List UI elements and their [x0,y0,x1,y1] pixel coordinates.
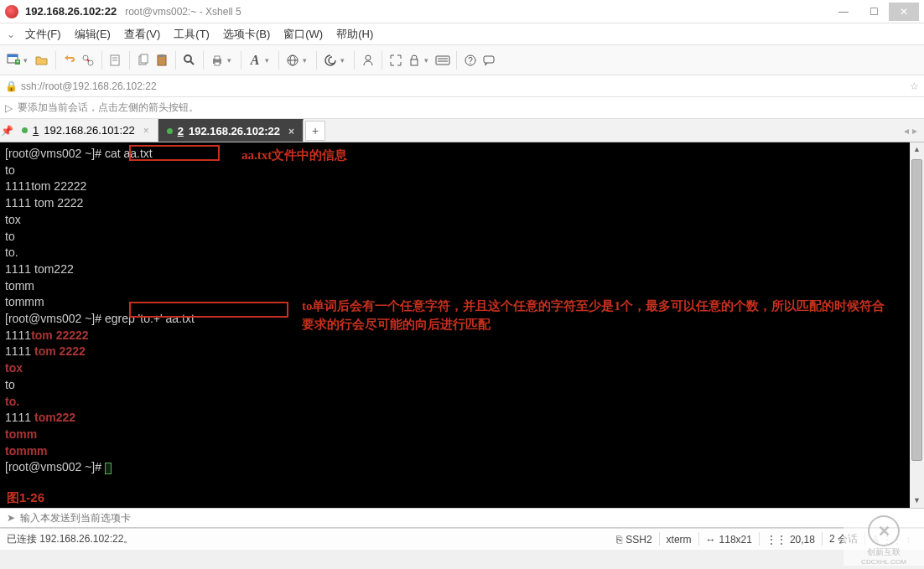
chat-icon[interactable] [480,50,497,70]
num-icon: ⋮⋮ [882,534,902,546]
svg-point-22 [366,55,371,60]
status-size: 118x21 [719,534,752,546]
terminal-view[interactable]: aa.txt文件中的信息 to单词后会有一个任意字符，并且这个任意的字符至少是1… [0,142,924,508]
swirl-icon[interactable] [322,50,339,70]
properties-icon[interactable] [107,50,124,70]
dropdown-icon[interactable]: ▾ [303,56,311,65]
menu-edit[interactable]: 编辑(E) [68,25,117,44]
help-icon[interactable]: ? [462,50,479,70]
close-button[interactable]: ✕ [889,3,919,21]
tab-index: 1 [33,124,39,137]
tab-index: 2 [178,125,184,137]
svg-rect-23 [411,59,418,65]
session-tab-2[interactable]: 2 192.168.26.102:22 × [158,119,304,142]
open-icon[interactable] [34,50,50,70]
svg-rect-24 [436,56,449,65]
menu-window[interactable]: 窗口(W) [277,25,330,44]
new-session-icon[interactable]: + [5,50,22,70]
user-icon[interactable] [360,50,376,70]
svg-line-15 [190,61,194,65]
scroll-up-icon[interactable]: ▲ [910,142,924,157]
annotation-text-1: aa.txt文件中的信息 [241,146,347,164]
add-tab-button[interactable]: + [305,121,325,141]
status-sessions: 2 会话 [829,532,858,546]
titlebar: 192.168.26.102:22 root@vms002:~ - Xshell… [0,0,924,23]
terminal-scrollbar[interactable]: ▲ ▼ [910,142,924,508]
lock-icon[interactable] [406,50,423,70]
tab-prev-icon[interactable]: ◂ [904,125,909,137]
address-bar: 🔒 ssh://root@192.168.26.102:22 ☆ [0,75,924,97]
svg-rect-13 [159,54,164,57]
app-logo-icon [5,5,18,18]
hint-bar: ▷ 要添加当前会话，点击左侧的箭头按钮。 [0,97,924,119]
font-icon[interactable]: A [247,50,263,70]
scroll-icon: ↕ [906,534,911,546]
toolbar: + ▾ ▾ A ▾ ▾ ▾ ▾ ? [0,45,924,75]
connected-dot-icon [22,127,28,133]
dropdown-icon[interactable]: ▾ [265,56,273,65]
status-termtype: xterm [667,534,692,546]
tab-label: 192.168.26.101:22 [44,124,134,137]
size-icon: ↔ [706,534,716,546]
copy-icon[interactable] [135,50,152,70]
session-tab-1[interactable]: 1 192.168.26.101:22 × [13,119,158,142]
pin-icon[interactable]: 📌 [0,125,13,137]
dropdown-icon[interactable]: ▾ [340,56,349,65]
find-icon[interactable] [181,50,198,70]
hint-text: 要添加当前会话，点击左侧的箭头按钮。 [18,101,199,115]
svg-rect-1 [8,54,18,57]
tab-nav: ◂ ▸ [904,125,924,137]
cursor-icon [105,463,112,474]
svg-point-14 [184,55,191,62]
bookmark-star-icon[interactable]: ☆ [910,80,919,92]
status-protocol: SSH2 [626,534,651,546]
tab-close-icon[interactable]: × [288,126,294,137]
tab-close-icon[interactable]: × [143,125,149,137]
fullscreen-icon[interactable] [387,50,404,70]
address-url[interactable]: ssh://root@192.168.26.102:22 [21,80,157,92]
menu-file[interactable]: 文件(F) [18,25,68,44]
dropdown-icon[interactable]: ▾ [424,56,433,65]
tab-row: 📌 1 192.168.26.101:22 × 2 192.168.26.102… [0,119,924,142]
security-lock-icon: 🔒 [5,80,18,92]
position-icon: ⋮⋮ [766,534,786,546]
paste-icon[interactable] [153,50,170,70]
menubar-expand-icon[interactable]: ⌄ [3,28,18,40]
dropdown-icon[interactable]: ▾ [23,56,32,65]
maximize-button[interactable]: ☐ [859,3,889,21]
menu-help[interactable]: 帮助(H) [330,25,380,44]
window-subtitle: root@vms002:~ - Xshell 5 [125,6,241,18]
print-icon[interactable] [209,50,226,70]
annotation-box-1 [129,145,220,161]
window-title: 192.168.26.102:22 [25,5,117,18]
menubar: ⌄ 文件(F) 编辑(E) 查看(V) 工具(T) 选项卡(B) 窗口(W) 帮… [0,23,924,45]
svg-line-6 [87,59,89,61]
add-session-arrow-icon[interactable]: ▷ [5,102,13,114]
reconnect-icon[interactable] [61,50,78,70]
scroll-down-icon[interactable]: ▼ [910,494,924,508]
tab-next-icon[interactable]: ▸ [912,125,917,137]
send-input-bar: ➤ [0,508,924,528]
window-controls: — ☐ ✕ [828,3,919,21]
statusbar: 已连接 192.168.26.102:22。 ⎘SSH2 xterm ↔118x… [0,528,924,550]
globe-icon[interactable] [284,50,301,70]
figure-label: 图1-26 [7,490,44,506]
tab-label: 192.168.26.102:22 [189,125,280,137]
send-input[interactable] [18,512,921,524]
keyboard-icon[interactable] [434,50,451,70]
menu-view[interactable]: 查看(V) [117,25,167,44]
svg-text:+: + [16,59,19,65]
watermark-domain: CDCXHL.COM [861,558,906,566]
scroll-thumb[interactable] [911,159,922,461]
dropdown-icon[interactable]: ▾ [227,56,236,65]
send-arrow-icon[interactable]: ➤ [3,512,18,524]
svg-rect-11 [141,54,148,63]
svg-rect-18 [215,62,220,65]
svg-rect-29 [484,56,494,63]
minimize-button[interactable]: — [828,3,859,21]
menu-tabs[interactable]: 选项卡(B) [216,25,277,44]
annotation-text-2: to单词后会有一个任意字符，并且这个任意的字符至少是1个，最多可以任意的个数，所… [302,297,889,334]
status-connection: 已连接 192.168.26.102:22。 [7,532,133,546]
menu-tools[interactable]: 工具(T) [167,25,216,44]
disconnect-icon[interactable] [80,50,96,70]
